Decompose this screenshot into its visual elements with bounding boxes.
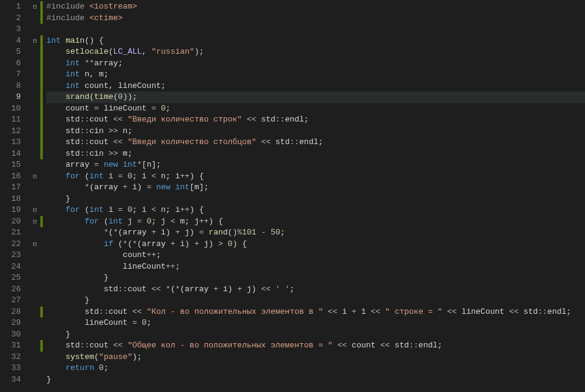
token-punct: (: [171, 285, 175, 294]
code-line[interactable]: #include <iostream>: [46, 1, 585, 13]
code-line[interactable]: lineCount = 0;: [46, 318, 585, 329]
fold-marker[interactable]: ⊟: [29, 205, 40, 216]
token-str: " строке = ": [385, 307, 443, 316]
fold-gutter: ⊟⊟⊟⊟⊟⊟: [29, 0, 40, 392]
token-id: cout: [108, 307, 132, 316]
line-number: 11: [0, 114, 29, 126]
token-id: endl;: [285, 115, 309, 124]
fold-marker[interactable]: ⊟: [29, 171, 40, 183]
code-line[interactable]: std::cin >> n;: [46, 126, 585, 137]
code-line[interactable]: std::cout << "Введи количество строк" <<…: [46, 114, 585, 126]
token-punct: );: [132, 352, 142, 361]
code-line[interactable]: std::cout << "Введи количество столбцов"…: [46, 137, 585, 148]
code-line[interactable]: int **array;: [46, 58, 585, 70]
code-line[interactable]: count = lineCount = 0;: [46, 103, 585, 115]
code-line[interactable]: lineCount++;: [46, 261, 585, 273]
token-ns: std: [65, 137, 79, 147]
code-line[interactable]: for (int i = 0; i < n; i++) {: [46, 171, 585, 183]
code-line[interactable]: int n, m;: [46, 69, 585, 81]
token-punct: );: [194, 47, 204, 56]
code-line[interactable]: return 0;: [46, 363, 585, 374]
token-op: >>: [108, 126, 118, 136]
token-ns: std: [65, 115, 79, 124]
code-line[interactable]: #include <ctime>: [46, 13, 585, 24]
code-line[interactable]: count++;: [46, 250, 585, 261]
token-punct: }: [84, 296, 89, 305]
code-line[interactable]: int count, lineCount;: [46, 81, 585, 92]
token-kw: int: [65, 70, 79, 79]
token-op: ++: [180, 172, 190, 181]
code-line[interactable]: }: [46, 329, 585, 341]
line-number: 28: [0, 307, 29, 318]
line-number: 9: [0, 92, 29, 103]
token-punct: j): [242, 285, 261, 294]
line-number: 18: [0, 194, 29, 205]
fold-marker[interactable]: ⊟: [29, 216, 40, 228]
code-line[interactable]: if (*(*(array + i) + j) > 0) {: [46, 239, 585, 250]
code-line[interactable]: srand(time(0));: [46, 92, 585, 103]
token-op: >>: [108, 149, 118, 158]
code-line[interactable]: for (int j = 0; j < m; j++) {: [46, 216, 585, 228]
code-line[interactable]: system("pause");: [46, 352, 585, 363]
fold-marker[interactable]: ⊟: [29, 239, 40, 250]
fold-marker: [29, 284, 40, 296]
token-pp: #include: [46, 2, 89, 11]
token-op: <<: [132, 307, 142, 316]
code-area[interactable]: #include <iostream>#include <ctime>int m…: [43, 0, 585, 392]
code-line[interactable]: *(*(array + i) + j) = rand()%101 - 50;: [46, 227, 585, 239]
token-id: cout: [89, 137, 113, 147]
fold-marker: [29, 272, 40, 284]
code-line[interactable]: std::cout << "Кол - во положительных эле…: [46, 307, 585, 318]
code-line[interactable]: for (int i = 0; i < n; i++) {: [46, 205, 585, 216]
token-op: <<: [152, 285, 161, 294]
code-line[interactable]: *(array + i) = new int[m];: [46, 182, 585, 194]
code-line[interactable]: std::cin >> m;: [46, 148, 585, 160]
token-op: ::: [80, 115, 90, 124]
code-line[interactable]: std::cout << *(*(array + i) + j) << ' ';: [46, 284, 585, 296]
token-id: lineCount: [99, 104, 152, 113]
token-op: ++: [199, 217, 209, 226]
token-id: [123, 205, 128, 214]
line-number: 21: [0, 227, 29, 239]
code-line[interactable]: int main() {: [46, 35, 585, 47]
token-id: endl;: [419, 341, 443, 350]
token-id: cout: [89, 341, 113, 350]
token-op: ::: [276, 115, 285, 124]
code-line[interactable]: }: [46, 194, 585, 205]
token-kw: int: [175, 183, 189, 192]
fold-marker: [29, 261, 40, 273]
token-id: [152, 183, 156, 192]
line-number: 30: [0, 329, 29, 341]
token-punct: ) {: [189, 172, 204, 181]
fold-marker: [29, 69, 40, 81]
token-punct: (array: [118, 228, 152, 237]
code-line[interactable]: }: [46, 374, 585, 386]
token-id: [256, 115, 261, 124]
code-line[interactable]: }: [46, 295, 585, 307]
token-num: 0: [142, 318, 147, 327]
fold-marker: [29, 227, 40, 239]
token-op: ++: [147, 250, 156, 260]
token-ns: std: [523, 307, 537, 316]
fold-marker: [29, 159, 40, 171]
token-fn: setlocale: [65, 47, 108, 56]
token-op: +: [213, 285, 218, 294]
line-number: 32: [0, 352, 29, 363]
token-punct: (array: [180, 285, 214, 294]
token-str: "Общее кол - во положительных элементов …: [128, 341, 333, 350]
line-number: 8: [0, 81, 29, 92]
code-editor[interactable]: 1234567891011121314151617181920212223242…: [0, 0, 585, 392]
token-ns: std: [65, 126, 79, 136]
token-op: =: [94, 104, 99, 113]
fold-marker[interactable]: ⊟: [29, 1, 40, 13]
token-op: ::: [538, 307, 548, 316]
code-line[interactable]: array = new int*[n];: [46, 159, 585, 171]
code-line[interactable]: setlocale(LC_ALL, "russian");: [46, 46, 585, 58]
token-op: <<: [261, 285, 271, 294]
code-line[interactable]: }: [46, 272, 585, 284]
code-line[interactable]: std::cout << "Общее кол - во положительн…: [46, 340, 585, 352]
code-line[interactable]: [46, 24, 585, 35]
fold-marker: [29, 148, 40, 160]
fold-marker[interactable]: ⊟: [29, 35, 40, 47]
token-punct: n; i: [156, 205, 180, 214]
